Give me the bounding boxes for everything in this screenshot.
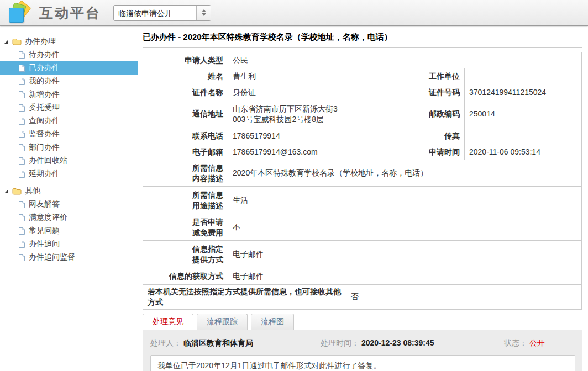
handling-opinion-panel: 处理人： 临淄区教育和体育局 处理时间： 2020-12-23 08:39:45… xyxy=(143,330,582,371)
handling-time-label: 处理时间： xyxy=(321,338,359,348)
document-icon xyxy=(18,77,25,86)
application-detail-table: 申请人类型 公民 姓名 曹生利 工作单位 证件名称 身份证 证件号码 37012… xyxy=(143,52,582,310)
document-icon xyxy=(18,227,25,235)
cert-number-value: 370124199411215024 xyxy=(464,84,581,100)
document-icon xyxy=(18,253,25,262)
sidebar-item-label: 待办办件 xyxy=(29,50,60,60)
table-row: 证件名称 身份证 证件号码 370124199411215024 xyxy=(143,84,582,100)
phone-label: 联系电话 xyxy=(143,128,228,144)
apply-time-label: 申请时间 xyxy=(346,144,464,160)
info-content-value: 2020年本区特殊教育学校名录（学校地址，名称，电话） xyxy=(228,160,582,187)
sidebar-item-label: 查阅办件 xyxy=(29,116,60,126)
work-unit-value xyxy=(464,68,581,84)
reply-text: 我单位已于2020年12月1日通过电子邮件形式对此件进行了答复。 xyxy=(150,355,575,371)
app-title: 互动平台 xyxy=(39,4,101,22)
cert-name-value: 身份证 xyxy=(228,84,347,100)
sidebar-item-label: 我的办件 xyxy=(29,76,60,86)
table-row: 是否申请 减免费用 不 xyxy=(143,214,582,241)
app-header: 互动平台 临淄依申请公开 xyxy=(0,0,588,26)
table-row: 信息的获取方式 电子邮件 xyxy=(143,268,582,285)
spinner-arrows-icon[interactable] xyxy=(196,6,211,20)
region-select[interactable]: 临淄依申请公开 xyxy=(113,5,211,21)
sidebar-item-label: 监督办件 xyxy=(29,129,60,139)
handler-value: 临淄区教育和体育局 xyxy=(183,338,253,348)
sidebar-item-label: 部门办件 xyxy=(29,142,60,152)
info-usage-label: 所需信息 用途描述 xyxy=(143,187,228,214)
obtain-method-value: 电子邮件 xyxy=(228,268,582,285)
sidebar-item-extension-items[interactable]: 延期办件 xyxy=(0,167,138,181)
sidebar-item-entrusted-acceptance[interactable]: 委托受理 xyxy=(0,101,138,114)
sidebar-item-recycle-bin[interactable]: 办件回收站 xyxy=(0,154,138,167)
sidebar-item-follow-up-supervision[interactable]: 办件追问监督 xyxy=(0,251,138,264)
cert-number-label: 证件号码 xyxy=(346,84,464,100)
app-logo-icon xyxy=(7,2,34,25)
table-row: 若本机关无法按照指定方式提供所需信息，也可接收其他方式 否 xyxy=(143,285,582,310)
tab-handling-opinion[interactable]: 处理意见 xyxy=(143,314,193,330)
document-icon xyxy=(18,214,25,222)
phone-value: 17865179914 xyxy=(228,128,347,144)
document-icon xyxy=(18,170,25,178)
info-usage-value: 生活 xyxy=(228,187,582,214)
sidebar-item-label: 办件追问 xyxy=(29,239,60,249)
table-row: 申请人类型 公民 xyxy=(143,52,582,68)
name-value: 曹生利 xyxy=(228,68,347,84)
sidebar-folder-label: 其他 xyxy=(25,186,40,196)
postcode-value: 250014 xyxy=(464,100,581,128)
sidebar-item-label: 网友解答 xyxy=(29,199,60,209)
sidebar-folder-banjian[interactable]: 办件办理 xyxy=(0,35,138,48)
applicant-type-value: 公民 xyxy=(228,52,582,68)
document-icon xyxy=(18,157,25,165)
sidebar-item-label: 新增办件 xyxy=(29,89,60,99)
work-unit-label: 工作单位 xyxy=(346,68,464,84)
tree-expander-icon[interactable] xyxy=(4,40,8,44)
email-label: 电子邮箱 xyxy=(143,144,228,160)
sidebar-item-satisfaction-evaluation[interactable]: 满意度评价 xyxy=(0,211,138,224)
document-icon xyxy=(18,200,25,209)
fee-waiver-label: 是否申请 减免费用 xyxy=(143,214,228,241)
sidebar-item-follow-up-question[interactable]: 办件追问 xyxy=(0,237,138,251)
handler-label: 处理人： xyxy=(150,338,181,348)
table-row: 姓名 曹生利 工作单位 xyxy=(143,68,582,84)
sidebar-item-my-items[interactable]: 我的办件 xyxy=(0,75,138,88)
tab-process-tracking[interactable]: 流程跟踪 xyxy=(197,314,248,330)
sidebar-item-new-item[interactable]: 新增办件 xyxy=(0,88,138,101)
address-value: 山东省济南市历下区新泺大街3003号宝威科技园2号楼8层 xyxy=(228,100,347,128)
table-row: 所需信息 用途描述 生活 xyxy=(143,187,582,214)
fax-label: 传真 xyxy=(346,128,464,144)
cert-name-label: 证件名称 xyxy=(143,84,228,100)
table-row: 所需信息 内容描述 2020年本区特殊教育学校名录（学校地址，名称，电话） xyxy=(143,160,582,187)
sidebar-item-view-items[interactable]: 查阅办件 xyxy=(0,114,138,128)
sidebar-item-label: 满意度评价 xyxy=(29,213,67,222)
status-badge: 公开 xyxy=(529,338,545,348)
sidebar-item-completed-items[interactable]: 已办办件 xyxy=(0,61,138,75)
sidebar-item-supervise-items[interactable]: 监督办件 xyxy=(0,128,138,141)
sidebar-item-faq[interactable]: 常见问题 xyxy=(0,224,138,237)
apply-time-value: 2020-11-06 09:53:14 xyxy=(464,144,581,160)
document-icon xyxy=(18,104,25,112)
document-icon xyxy=(18,51,25,59)
sidebar-item-pending-items[interactable]: 待办办件 xyxy=(0,48,138,61)
page-title: 已办办件 - 2020年本区特殊教育学校名录（学校地址，名称，电话） xyxy=(143,26,582,48)
document-icon xyxy=(18,117,25,125)
obtain-method-label: 信息的获取方式 xyxy=(143,268,228,285)
postcode-label: 邮政编码 xyxy=(346,100,464,128)
sidebar-folder-other[interactable]: 其他 xyxy=(0,184,138,198)
sidebar-item-department-items[interactable]: 部门办件 xyxy=(0,141,138,154)
tab-flow-chart[interactable]: 流程图 xyxy=(251,314,294,330)
table-row: 联系电话 17865179914 传真 xyxy=(143,128,582,144)
applicant-type-label: 申请人类型 xyxy=(143,52,228,68)
sidebar-item-label: 常见问题 xyxy=(29,226,60,236)
document-icon xyxy=(18,240,25,248)
alt-method-label: 若本机关无法按照指定方式提供所需信息，也可接收其他方式 xyxy=(143,285,347,310)
name-label: 姓名 xyxy=(143,68,228,84)
email-value: 17865179914@163.com xyxy=(228,144,347,160)
handling-time-value: 2020-12-23 08:39:45 xyxy=(361,338,434,347)
region-select-value: 临淄依申请公开 xyxy=(114,6,196,20)
sidebar-tree: 办件办理 待办办件 已办办件 我的办件 新增办件 委托受理 查阅办件 监督办件 … xyxy=(0,26,138,371)
sidebar-item-label: 办件追问监督 xyxy=(29,252,75,262)
sidebar-item-label: 延期办件 xyxy=(29,169,60,179)
table-row: 信息指定 提供方式 电子邮件 xyxy=(143,241,582,268)
document-icon xyxy=(18,144,25,152)
tree-expander-icon[interactable] xyxy=(4,189,8,193)
sidebar-item-netizen-answers[interactable]: 网友解答 xyxy=(0,198,138,211)
